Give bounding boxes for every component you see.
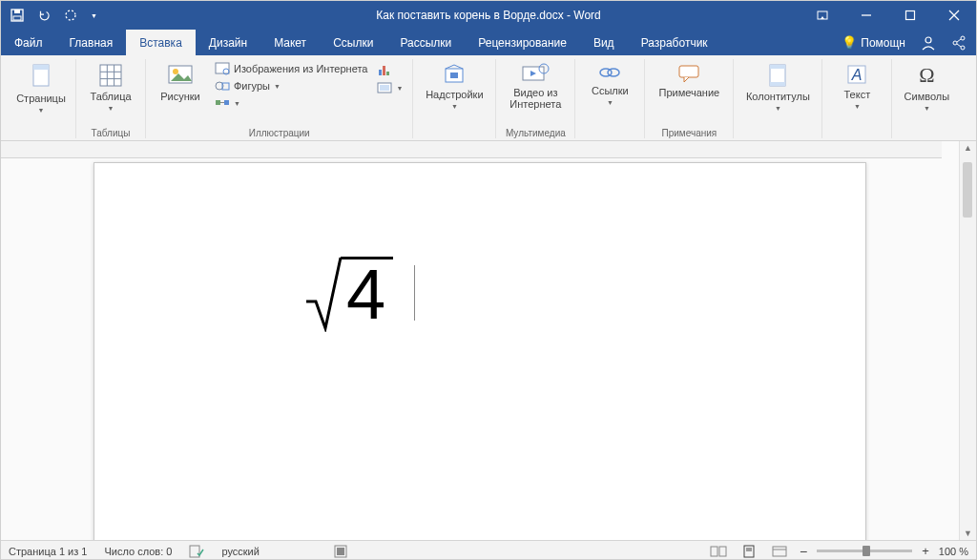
link-icon: [597, 63, 622, 82]
screenshot-button[interactable]: ▼: [375, 80, 405, 95]
svg-point-11: [953, 41, 957, 45]
online-pictures-label: Изображения из Интернета: [234, 63, 367, 74]
group-tables: Таблица ▼ Таблицы: [76, 59, 146, 138]
tab-view[interactable]: Вид: [580, 30, 628, 55]
vertical-scrollbar[interactable]: ▲ ▼: [959, 141, 976, 540]
headerfooter-button[interactable]: Колонтитулы ▼: [741, 59, 814, 112]
tab-review[interactable]: Рецензирование: [465, 30, 580, 55]
svg-rect-37: [450, 73, 458, 78]
store-icon: [443, 63, 466, 86]
online-video-button[interactable]: Видео из Интернета: [504, 59, 567, 110]
statusbar: Страница 1 из 1 Число слов: 0 русский − …: [1, 540, 976, 560]
svg-rect-42: [679, 66, 698, 77]
online-pictures-button[interactable]: Изображения из Интернета: [213, 61, 369, 76]
pages-button[interactable]: Страницы ▼: [14, 59, 68, 114]
chart-button[interactable]: [375, 61, 405, 78]
picture-icon: [167, 63, 194, 88]
svg-line-13: [957, 39, 961, 42]
scroll-up-icon[interactable]: ▲: [960, 143, 976, 153]
group-comments: Примечание Примечания: [645, 59, 734, 138]
tab-references[interactable]: Ссылки: [320, 30, 386, 55]
tab-insert[interactable]: Вставка: [126, 30, 196, 55]
status-proofing-icon[interactable]: [189, 545, 204, 558]
tab-developer[interactable]: Разработчик: [628, 30, 721, 55]
status-macro-icon[interactable]: [334, 545, 347, 558]
view-print-layout-icon[interactable]: [738, 544, 759, 559]
tab-layout[interactable]: Макет: [260, 30, 320, 55]
pictures-button[interactable]: Рисунки: [154, 59, 207, 102]
qat-dropdown-icon[interactable]: ▼: [91, 12, 97, 19]
svg-point-12: [961, 46, 965, 50]
group-headerfooter: Колонтитулы ▼: [734, 59, 822, 138]
shapes-icon: [215, 79, 230, 93]
svg-rect-52: [719, 547, 726, 556]
online-pictures-icon: [215, 62, 230, 75]
horizontal-ruler[interactable]: [1, 141, 942, 158]
status-word-count[interactable]: Число слов: 0: [104, 546, 172, 557]
symbols-button[interactable]: Ω Символы ▼: [900, 59, 953, 112]
window-controls: [800, 1, 976, 30]
svg-rect-2: [13, 16, 21, 20]
status-language[interactable]: русский: [221, 546, 259, 557]
scroll-thumb[interactable]: [963, 162, 972, 218]
tab-file[interactable]: Файл: [1, 30, 56, 55]
tell-me-help[interactable]: 💡 Помощн: [842, 35, 905, 50]
zoom-slider[interactable]: [817, 550, 912, 552]
comment-button[interactable]: Примечание: [653, 59, 725, 98]
svg-point-9: [925, 37, 931, 43]
page-icon: [30, 63, 52, 90]
shapes-button[interactable]: Фигуры ▼: [213, 78, 369, 93]
svg-rect-1: [14, 10, 20, 13]
group-pages: Страницы ▼: [7, 59, 76, 138]
group-addins: Надстройки ▼: [413, 59, 496, 138]
svg-rect-51: [711, 547, 717, 556]
ribbon-display-options-icon[interactable]: [800, 1, 844, 30]
account-icon[interactable]: [921, 35, 936, 51]
scroll-down-icon[interactable]: ▼: [960, 529, 976, 538]
maximize-button[interactable]: [888, 1, 932, 30]
text-button[interactable]: A Текст ▼: [830, 59, 883, 110]
textbox-icon: A: [845, 63, 868, 86]
text-label: Текст: [844, 89, 871, 100]
tab-mailings[interactable]: Рассылки: [386, 30, 465, 55]
smartart-button[interactable]: ▼: [213, 95, 369, 111]
svg-rect-50: [337, 548, 344, 555]
view-read-mode-icon[interactable]: [708, 544, 729, 559]
table-button[interactable]: Таблица ▼: [84, 59, 137, 112]
zoom-level[interactable]: 100 %: [939, 546, 968, 557]
addins-button[interactable]: Надстройки ▼: [421, 59, 488, 110]
zoom-slider-knob[interactable]: [863, 546, 870, 556]
tab-home[interactable]: Главная: [56, 30, 127, 55]
headerfooter-label: Колонтитулы: [746, 91, 810, 102]
zoom-in-button[interactable]: +: [922, 544, 929, 558]
text-cursor: [414, 265, 415, 321]
smartart-icon: [215, 96, 230, 110]
minimize-button[interactable]: [844, 1, 888, 30]
svg-rect-17: [100, 65, 121, 86]
svg-line-14: [957, 44, 961, 47]
svg-rect-53: [744, 546, 754, 557]
svg-point-41: [608, 69, 619, 76]
tab-design[interactable]: Дизайн: [196, 30, 260, 55]
links-button[interactable]: Ссылки ▼: [583, 59, 636, 106]
status-page[interactable]: Страница 1 из 1: [9, 546, 87, 557]
document-page[interactable]: 4: [94, 162, 866, 540]
undo-icon[interactable]: [37, 9, 51, 22]
zoom-out-button[interactable]: −: [800, 544, 807, 559]
group-illustrations: Рисунки Изображения из Интернета Фигуры …: [146, 59, 413, 138]
svg-text:A: A: [851, 67, 863, 83]
save-icon[interactable]: [10, 9, 24, 22]
view-web-layout-icon[interactable]: [769, 544, 790, 559]
redo-icon[interactable]: [64, 9, 77, 22]
comment-icon: [676, 63, 701, 84]
help-label: Помощн: [861, 36, 905, 50]
svg-rect-28: [216, 100, 220, 105]
workspace: 4 ▲ ▼: [1, 141, 976, 540]
document-area[interactable]: 4: [1, 141, 959, 540]
equation-radicand[interactable]: 4: [341, 257, 393, 330]
close-button[interactable]: [932, 1, 976, 30]
svg-rect-33: [386, 72, 389, 75]
share-icon[interactable]: [951, 35, 967, 51]
pages-label: Страницы: [16, 93, 66, 104]
equation-sqrt[interactable]: 4: [304, 254, 415, 332]
